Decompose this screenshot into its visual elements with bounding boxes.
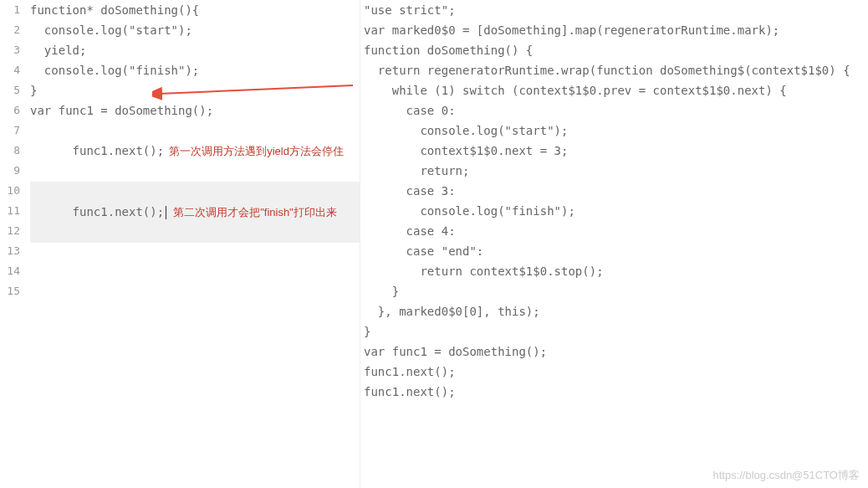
code-line[interactable]: console.log("finish"); (364, 201, 868, 221)
code-line[interactable]: while (1) switch (context$1$0.prev = con… (364, 80, 868, 100)
line-number: 7 (0, 121, 20, 141)
code-line[interactable]: return context$1$0.stop(); (364, 261, 868, 281)
line-number: 10 (0, 181, 20, 201)
line-number: 5 (0, 80, 20, 100)
code-text: func1.next(); (73, 144, 165, 157)
line-number: 12 (0, 221, 20, 241)
line-number: 13 (0, 241, 20, 261)
code-line[interactable]: function doSomething() { (364, 40, 868, 60)
code-line[interactable]: var func1 = doSomething(); (30, 100, 360, 121)
line-number: 8 (0, 141, 20, 161)
line-number: 2 (0, 20, 20, 40)
code-text: func1.next(); (73, 205, 165, 218)
line-number-gutter: 1 2 3 4 5 6 7 8 9 10 11 12 13 14 15 (0, 0, 27, 488)
line-number: 15 (0, 281, 20, 301)
text-cursor (166, 206, 166, 219)
code-line[interactable]: } (364, 321, 868, 342)
line-number: 11 (0, 201, 20, 221)
annotation-text: 第一次调用方法遇到yield方法会停住 (169, 145, 344, 157)
annotation-text: 第二次调用才会把"finish"打印出来 (173, 206, 337, 218)
left-code-panel[interactable]: function* doSomething(){ console.log("st… (27, 0, 360, 488)
editor-container: 1 2 3 4 5 6 7 8 9 10 11 12 13 14 15 func… (0, 0, 868, 488)
line-number: 14 (0, 261, 20, 281)
code-line[interactable]: } (30, 80, 360, 100)
code-line[interactable]: } (364, 281, 868, 301)
code-line[interactable]: console.log("start"); (30, 20, 360, 40)
code-line[interactable]: yield; (30, 40, 360, 60)
code-line[interactable]: context$1$0.next = 3; (364, 141, 868, 161)
code-line[interactable]: func1.next(); (364, 362, 868, 382)
line-number: 6 (0, 100, 20, 121)
code-line[interactable]: function* doSomething(){ (30, 0, 360, 20)
line-number: 4 (0, 60, 20, 80)
code-line[interactable]: func1.next(); (364, 382, 868, 402)
code-line[interactable]: }, marked0$0[0], this); (364, 301, 868, 321)
code-line[interactable]: return regeneratorRuntime.wrap(function … (364, 60, 868, 80)
code-line[interactable]: case "end": (364, 241, 868, 261)
code-line[interactable]: var marked0$0 = [doSomething].map(regene… (364, 20, 868, 40)
code-line[interactable]: console.log("finish"); (30, 60, 360, 80)
code-line[interactable]: case 4: (364, 221, 868, 241)
code-line-active[interactable]: func1.next();第二次调用才会把"finish"打印出来 (30, 182, 360, 243)
line-number: 1 (0, 0, 20, 20)
right-code-panel[interactable]: "use strict"; var marked0$0 = [doSomethi… (360, 0, 868, 488)
line-number: 3 (0, 40, 20, 60)
code-line[interactable]: return; (364, 161, 868, 181)
line-number: 9 (0, 161, 20, 181)
code-line[interactable]: case 0: (364, 100, 868, 121)
code-line[interactable]: var func1 = doSomething(); (364, 342, 868, 362)
code-line[interactable]: func1.next();第一次调用方法遇到yield方法会停住 (30, 121, 360, 182)
code-line[interactable]: console.log("start"); (364, 121, 868, 141)
code-line[interactable]: "use strict"; (364, 0, 868, 20)
code-line[interactable]: case 3: (364, 181, 868, 201)
